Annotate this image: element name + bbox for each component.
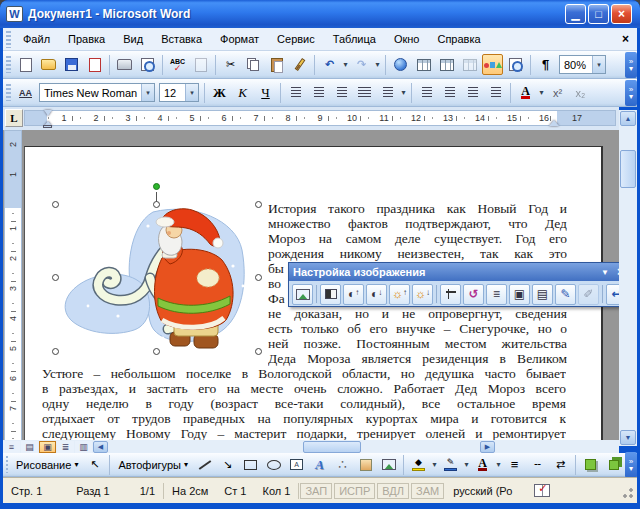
status-track-changes[interactable]: ИСПР	[334, 483, 375, 499]
font-size-combobox[interactable]: 12 ▾	[159, 83, 199, 102]
scroll-up-button[interactable]: ▲	[620, 111, 636, 126]
menu-edit[interactable]: Правка	[59, 30, 114, 48]
bullets-button[interactable]	[439, 82, 460, 103]
text-box-button[interactable]: A	[286, 454, 307, 475]
minimize-button[interactable]: ▁	[565, 4, 586, 24]
menu-file[interactable]: Файл	[14, 30, 59, 48]
reset-picture-button[interactable]: ↩	[606, 284, 619, 305]
resize-handle-top-right[interactable]	[255, 201, 262, 208]
subscript-button[interactable]: x₂	[570, 82, 591, 103]
show-paragraph-button[interactable]: ¶	[535, 54, 556, 75]
open-button[interactable]	[38, 54, 59, 75]
toolbar-options-chevron[interactable]: »▾	[625, 452, 637, 478]
fill-color-button[interactable]: ◆	[408, 454, 429, 475]
resize-handle-mid-right[interactable]	[255, 274, 262, 281]
insert-hyperlink-button[interactable]	[390, 54, 411, 75]
crop-button[interactable]	[440, 284, 461, 305]
bold-button[interactable]: Ж	[209, 82, 230, 103]
more-brightness-button[interactable]: ☼↑	[389, 284, 410, 305]
align-left-button[interactable]	[285, 82, 306, 103]
wordart-button[interactable]: А	[309, 454, 330, 475]
styles-formatting-button[interactable]: АА	[15, 82, 36, 103]
rotation-handle[interactable]	[153, 183, 160, 190]
align-center-button[interactable]	[308, 82, 329, 103]
arrow-tool-button[interactable]: ↘	[217, 454, 238, 475]
resize-grip[interactable]	[621, 488, 633, 500]
toolbar-options-chevron[interactable]: »▾	[625, 80, 637, 106]
dash-style-button[interactable]: ╌	[527, 454, 548, 475]
status-language[interactable]: русский (Ро	[445, 485, 520, 497]
tab-selector[interactable]: L	[5, 109, 23, 127]
tables-borders-button[interactable]	[413, 54, 434, 75]
maximize-button[interactable]: □	[588, 4, 609, 24]
insert-picture-button[interactable]	[292, 284, 313, 305]
cut-button[interactable]: ✂	[220, 54, 241, 75]
scroll-down-button[interactable]: ▼	[620, 430, 636, 445]
status-record-macro[interactable]: ЗАП	[300, 483, 332, 499]
line-style-button[interactable]: ≡	[504, 454, 525, 475]
left-indent-marker[interactable]	[43, 125, 52, 128]
new-document-button[interactable]	[15, 54, 36, 75]
justify-button[interactable]	[354, 82, 375, 103]
vertical-ruler[interactable]: 2 1 1 2 3 4 5 6 7	[4, 130, 22, 440]
right-indent-marker[interactable]	[549, 120, 559, 126]
line-style-button[interactable]: ≡	[486, 284, 507, 305]
spelling-button[interactable]: АВС✓	[167, 54, 188, 75]
toolbar-grip[interactable]	[6, 84, 11, 101]
redo-dropdown[interactable]: ▾	[373, 54, 382, 75]
size-dropdown-icon[interactable]: ▾	[185, 84, 198, 101]
toolbar-menu-dropdown-icon[interactable]: ▼	[596, 268, 614, 277]
status-overtype[interactable]: ЗАМ	[411, 483, 444, 499]
align-right-button[interactable]	[331, 82, 352, 103]
menu-grip[interactable]	[6, 31, 11, 48]
paste-button[interactable]	[266, 54, 287, 75]
view-print-layout-button[interactable]: ▣	[39, 441, 56, 453]
rectangle-tool-button[interactable]	[240, 454, 261, 475]
picture-toolbar-close-icon[interactable]: ×	[614, 265, 619, 279]
diagram-button[interactable]: ∴	[332, 454, 353, 475]
toolbar-grip[interactable]	[6, 56, 11, 73]
numbering-button[interactable]	[416, 82, 437, 103]
line-color-dropdown[interactable]: ▾	[462, 454, 471, 475]
font-dropdown-icon[interactable]: ▾	[141, 84, 154, 101]
menu-format[interactable]: Формат	[211, 30, 268, 48]
resize-handle-bottom-right[interactable]	[255, 348, 262, 355]
insert-picture-button[interactable]	[378, 454, 399, 475]
select-objects-button[interactable]: ↖	[84, 454, 105, 475]
format-painter-button[interactable]	[289, 54, 310, 75]
format-picture-button[interactable]: ✎	[555, 284, 576, 305]
resize-handle-top-left[interactable]	[52, 201, 59, 208]
resize-handle-bottom-center[interactable]	[153, 348, 160, 355]
more-contrast-button[interactable]: ◐↑	[343, 284, 364, 305]
copy-button[interactable]	[243, 54, 264, 75]
view-web-layout-button[interactable]: ▤	[21, 441, 38, 453]
increase-indent-button[interactable]	[485, 82, 506, 103]
decrease-indent-button[interactable]	[462, 82, 483, 103]
picture-toolbar-titlebar[interactable]: Настройка изображения ▼ ×	[289, 263, 619, 281]
redo-button[interactable]: ↷	[351, 54, 372, 75]
menu-insert[interactable]: Вставка	[152, 30, 211, 48]
title-bar[interactable]: W Документ1 - Microsoft Word ▁ □ ×	[0, 0, 640, 28]
menu-window[interactable]: Окно	[385, 30, 429, 48]
status-extend-selection[interactable]: ВДЛ	[377, 483, 409, 499]
view-reading-button[interactable]: ▥	[75, 441, 92, 453]
menu-tools[interactable]: Сервис	[268, 30, 324, 48]
fill-color-dropdown[interactable]: ▾	[430, 454, 439, 475]
autoshapes-menu-button[interactable]: Автофигуры▾	[113, 457, 193, 473]
underline-button[interactable]: Ч	[255, 82, 276, 103]
research-button[interactable]	[190, 54, 211, 75]
insert-table-button[interactable]	[436, 54, 457, 75]
less-brightness-button[interactable]: ☼↓	[412, 284, 433, 305]
arrow-style-button[interactable]: ⇄	[550, 454, 571, 475]
undo-button[interactable]: ↶	[319, 54, 340, 75]
menu-view[interactable]: Вид	[114, 30, 152, 48]
ded-moroz-clipart[interactable]	[58, 206, 252, 352]
save-button[interactable]	[61, 54, 82, 75]
close-document-icon[interactable]: ×	[622, 32, 629, 46]
menu-help[interactable]: Справка	[428, 30, 489, 48]
permission-button[interactable]	[84, 54, 105, 75]
resize-handle-bottom-left[interactable]	[52, 348, 59, 355]
font-color-button[interactable]: А	[472, 454, 493, 475]
font-color-button[interactable]: А	[515, 82, 536, 103]
font-color-dropdown[interactable]: ▾	[494, 454, 503, 475]
